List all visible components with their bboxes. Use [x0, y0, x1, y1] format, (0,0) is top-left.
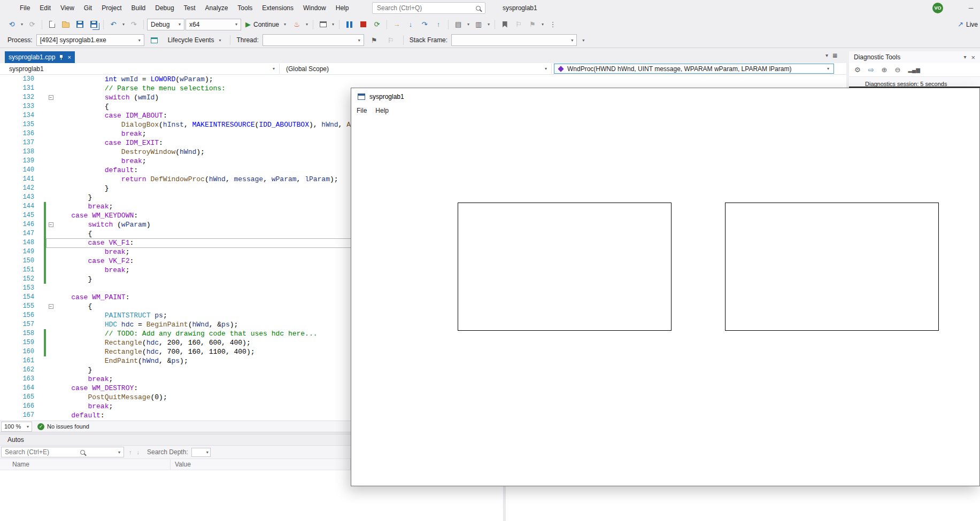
collapse-minus-icon[interactable]: − — [49, 222, 53, 227]
bookmark-button[interactable] — [498, 18, 511, 31]
navigate-back-dropdown[interactable]: ▾ — [19, 22, 25, 27]
line-number: 131 — [0, 84, 34, 93]
breakpoints-window-button[interactable]: ▤ — [452, 18, 465, 31]
settings-gear-icon[interactable]: ⚙ — [854, 66, 861, 73]
line-number: 165 — [0, 393, 34, 402]
pin-icon[interactable] — [59, 55, 64, 60]
breakpoints-window-dropdown[interactable]: ▾ — [466, 22, 471, 27]
save-button[interactable] — [73, 18, 86, 31]
break-all-button[interactable] — [343, 18, 356, 31]
previous-bookmark-button[interactable]: ⚐ — [512, 18, 525, 31]
continue-button[interactable]: ▶ Continue ▾ — [242, 18, 289, 31]
fold-gutter — [47, 375, 55, 384]
next-bookmark-button[interactable]: ⚑ — [526, 18, 539, 31]
save-all-button[interactable] — [87, 18, 100, 31]
global-search-box[interactable]: Search (Ctrl+Q) — [372, 2, 485, 14]
step-over-button[interactable]: ↷ — [418, 18, 431, 31]
menu-window[interactable]: Window — [298, 0, 331, 16]
solution-platforms-dropdown[interactable]: x64 ▾ — [186, 19, 241, 30]
menu-edit[interactable]: Edit — [35, 0, 56, 16]
minimize-button[interactable]: ─ — [962, 0, 980, 16]
menu-build[interactable]: Build — [127, 0, 151, 16]
menu-git[interactable]: Git — [79, 0, 97, 16]
step-into-button[interactable]: ↓ — [404, 18, 417, 31]
process-monitor-button[interactable] — [148, 34, 161, 46]
toolbar-options-button[interactable]: ▾ — [540, 22, 545, 27]
collapse-minus-icon[interactable]: − — [49, 95, 53, 100]
navigate-forward-button[interactable]: ⟳ — [26, 18, 38, 31]
float-window-icon[interactable]: ▦ — [832, 53, 837, 58]
app-menu-file[interactable]: File — [352, 105, 371, 116]
search-previous-button[interactable]: ↑ — [129, 449, 132, 455]
lifecycle-events-button[interactable]: Lifecycle Events ▾ — [165, 34, 225, 46]
search-next-button[interactable]: ↓ — [137, 449, 140, 455]
search-depth-dropdown[interactable]: ▾ — [191, 448, 211, 457]
column-header-value[interactable]: Value — [175, 459, 191, 470]
menu-help[interactable]: Help — [331, 0, 354, 16]
tab-sysproglab1-cpp[interactable]: sysproglab1.cpp × — [5, 51, 75, 63]
hot-reload-button[interactable]: ♨ — [290, 18, 303, 31]
scope-dropdown[interactable]: (Global Scope) ▾ — [282, 64, 552, 74]
menu-debug[interactable]: Debug — [150, 0, 179, 16]
line-number: 134 — [0, 111, 34, 120]
thread-dropdown[interactable]: ▾ — [263, 34, 364, 46]
code-line-130[interactable]: 130 int wmId = LOWORD(wParam); — [0, 75, 846, 84]
step-out-button[interactable]: ↑ — [432, 18, 445, 31]
open-file-button[interactable] — [59, 18, 72, 31]
solution-configurations-dropdown[interactable]: Debug ▾ — [147, 19, 184, 30]
fold-collapse-button[interactable]: − — [47, 302, 55, 311]
member-dropdown[interactable]: WndProc(HWND hWnd, UINT message, WPARAM … — [554, 64, 834, 74]
menu-analyze[interactable]: Analyze — [200, 0, 233, 16]
collapse-minus-icon[interactable]: − — [49, 304, 53, 309]
export-icon[interactable]: ⇨ — [868, 66, 874, 73]
menu-project[interactable]: Project — [97, 0, 126, 16]
tab-list-dropdown[interactable]: ▾ — [825, 53, 828, 58]
restart-button[interactable]: ⟳ — [371, 18, 383, 31]
stop-debugging-button[interactable] — [357, 18, 369, 31]
undo-button[interactable]: ↶ — [107, 18, 120, 31]
navigate-back-button[interactable]: ⟲ — [5, 18, 18, 31]
user-avatar[interactable]: VO — [932, 3, 943, 13]
process-dropdown[interactable]: [4924] sysproglab1.exe ▾ — [36, 34, 144, 46]
app-window[interactable]: sysproglab1 FileHelp — [351, 88, 980, 486]
fold-collapse-button[interactable]: − — [47, 93, 55, 102]
app-menu-help[interactable]: Help — [371, 105, 393, 116]
hot-reload-dropdown[interactable]: ▾ — [304, 22, 310, 27]
zoom-out-icon[interactable]: ⊖ — [894, 66, 900, 73]
menu-view[interactable]: View — [56, 0, 79, 16]
fold-collapse-button[interactable]: − — [47, 220, 55, 229]
show-next-statement-button[interactable]: → — [390, 18, 403, 31]
app-window-titlebar[interactable]: sysproglab1 — [351, 88, 979, 105]
project-dropdown[interactable]: sysproglab1 ▾ — [5, 64, 280, 74]
output-window-button[interactable]: ▥ — [472, 18, 485, 31]
undo-dropdown[interactable]: ▾ — [121, 22, 126, 27]
application-windows-button[interactable] — [317, 18, 329, 31]
document-health-indicator[interactable]: ✓ No issues found — [37, 423, 89, 430]
menu-file[interactable]: File — [15, 0, 35, 16]
panel-menu-button[interactable]: ▾ — [963, 55, 966, 60]
zoom-in-icon[interactable]: ⊕ — [882, 66, 888, 73]
show-flagged-only-button[interactable]: ⚐ — [384, 34, 397, 46]
flag-thread-button[interactable]: ⚑ — [368, 34, 381, 46]
zoom-dropdown[interactable]: 100 % ▾ — [1, 422, 32, 432]
chart-icon[interactable]: ▂▄▆ — [908, 67, 920, 73]
code-text: break; — [55, 266, 129, 275]
panel-close-button[interactable]: × — [971, 54, 975, 61]
live-share-button[interactable]: ↗ Live — [958, 16, 978, 33]
monitor-icon — [151, 37, 158, 43]
autos-search-placeholder: Search (Ctrl+E) — [5, 448, 49, 456]
menu-extensions[interactable]: Extensions — [257, 0, 298, 16]
debug-bar-overflow-button[interactable]: ▾ — [581, 38, 586, 43]
menu-tools[interactable]: Tools — [233, 0, 257, 16]
stack-frame-dropdown[interactable]: ▾ — [451, 34, 577, 46]
output-window-dropdown[interactable]: ▾ — [486, 22, 491, 27]
application-windows-dropdown[interactable]: ▾ — [330, 22, 336, 27]
new-file-button[interactable] — [45, 18, 58, 31]
toolbar-overflow-button[interactable]: ⋮ — [546, 18, 559, 31]
line-number: 152 — [0, 275, 34, 284]
close-icon[interactable]: × — [67, 55, 71, 60]
redo-button[interactable]: ↷ — [127, 18, 140, 31]
menu-test[interactable]: Test — [179, 0, 200, 16]
autos-search-input[interactable]: Search (Ctrl+E) ▾ — [1, 447, 124, 457]
column-header-name[interactable]: Name — [0, 461, 29, 468]
